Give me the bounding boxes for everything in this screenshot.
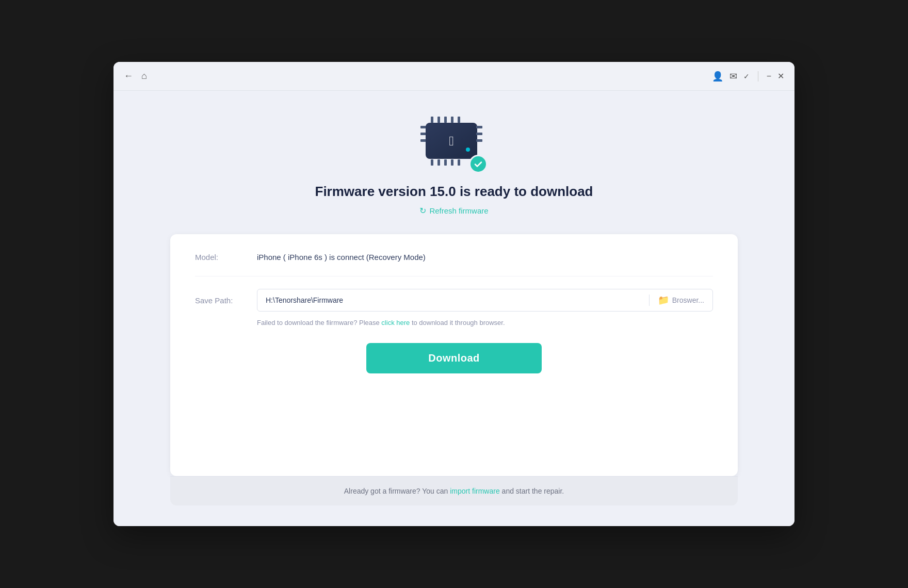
title-suffix: is ready to download bbox=[460, 184, 593, 199]
model-row: Model: iPhone ( iPhone 6s ) is connect (… bbox=[195, 253, 713, 262]
refresh-label: Refresh firmware bbox=[429, 206, 488, 215]
bottom-bar: Already got a firmware? You can import f… bbox=[170, 476, 738, 505]
pin bbox=[476, 133, 482, 135]
pin bbox=[437, 117, 440, 123]
chip-pins-right bbox=[476, 126, 482, 142]
pin bbox=[476, 126, 482, 128]
title-bar-left: ← ⌂ bbox=[124, 71, 147, 81]
folder-icon: 📁 bbox=[658, 295, 669, 306]
download-button[interactable]: Download bbox=[366, 343, 542, 373]
close-button[interactable]: ✕ bbox=[777, 71, 784, 81]
home-button[interactable]: ⌂ bbox=[141, 71, 147, 81]
failed-prefix: Failed to download the fiirmware? Please bbox=[257, 319, 381, 326]
firmware-version: 15.0 bbox=[430, 184, 456, 199]
refresh-icon: ↻ bbox=[419, 206, 426, 216]
pin bbox=[458, 117, 460, 123]
refresh-firmware-link[interactable]: ↻ Refresh firmware bbox=[419, 206, 488, 216]
model-value: iPhone ( iPhone 6s ) is connect (Recover… bbox=[257, 253, 426, 262]
checkmark-icon bbox=[474, 159, 483, 169]
chip-dot bbox=[466, 148, 470, 152]
save-path-row: Save Path: H:\Tenorshare\Firmware 📁 Bros… bbox=[195, 289, 713, 312]
apple-logo:  bbox=[449, 133, 454, 149]
title-prefix: Firmware version bbox=[315, 184, 426, 199]
click-here-link[interactable]: click here bbox=[381, 319, 410, 326]
pin bbox=[476, 139, 482, 142]
browse-label: Broswer... bbox=[672, 296, 704, 304]
checkmark-icon[interactable]: ✓ bbox=[743, 72, 750, 80]
pin bbox=[444, 159, 447, 166]
download-button-wrap: Download bbox=[195, 343, 713, 373]
divider bbox=[195, 276, 713, 276]
import-firmware-link[interactable]: import firmware bbox=[450, 487, 499, 495]
account-icon[interactable]: 👤 bbox=[712, 71, 723, 82]
hero-section:  bbox=[315, 117, 593, 216]
bottom-text-suffix: and start the repair. bbox=[502, 487, 564, 495]
success-badge bbox=[469, 155, 488, 173]
chip-pins-top bbox=[431, 117, 460, 123]
bottom-text-prefix: Already got a firmware? You can bbox=[344, 487, 450, 495]
model-label: Model: bbox=[195, 253, 257, 262]
browse-button[interactable]: 📁 Broswer... bbox=[649, 295, 704, 306]
mail-icon[interactable]: ✉ bbox=[729, 71, 737, 82]
pin bbox=[451, 159, 453, 166]
app-window: ← ⌂ 👤 ✉ ✓ − ✕ bbox=[113, 62, 794, 526]
pin bbox=[458, 159, 460, 166]
title-bar: ← ⌂ 👤 ✉ ✓ − ✕ bbox=[113, 62, 794, 91]
pin bbox=[444, 117, 447, 123]
device-icon:  bbox=[420, 117, 488, 173]
separator bbox=[758, 71, 758, 81]
save-path-input[interactable]: H:\Tenorshare\Firmware 📁 Broswer... bbox=[257, 289, 713, 312]
pin bbox=[451, 117, 453, 123]
title-bar-right: 👤 ✉ ✓ − ✕ bbox=[712, 71, 784, 82]
back-button[interactable]: ← bbox=[124, 71, 133, 81]
minimize-button[interactable]: − bbox=[767, 72, 771, 81]
save-path-value: H:\Tenorshare\Firmware bbox=[266, 296, 643, 304]
firmware-title: Firmware version 15.0 is ready to downlo… bbox=[315, 184, 593, 200]
pin bbox=[437, 159, 440, 166]
pin bbox=[431, 117, 433, 123]
main-content:  bbox=[113, 91, 794, 526]
chip-body:  bbox=[426, 123, 477, 159]
info-card: Model: iPhone ( iPhone 6s ) is connect (… bbox=[170, 234, 738, 476]
save-path-label: Save Path: bbox=[195, 296, 257, 305]
chip-pins-bottom bbox=[431, 159, 460, 166]
failed-suffix: to download it through browser. bbox=[412, 319, 505, 326]
pin bbox=[431, 159, 433, 166]
failed-text: Failed to download the fiirmware? Please… bbox=[257, 319, 713, 326]
